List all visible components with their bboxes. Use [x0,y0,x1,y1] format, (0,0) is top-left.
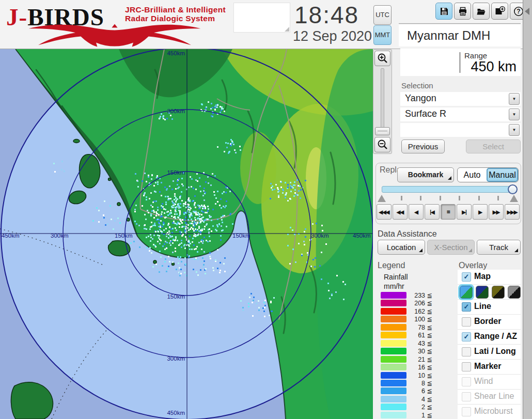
legend-color-swatch [381,356,406,363]
legend-row: 162 ≦ [381,308,443,315]
legend-threshold: 10 ≦ [408,371,432,379]
overlay-row-border: Border [458,315,521,330]
zoom-slider-track[interactable] [381,68,384,135]
legend-label: Legend [378,261,405,270]
manual-button[interactable]: Manual [487,168,518,182]
overlay-row-lati-long: Lati / Long [458,345,521,360]
zoom-out-button[interactable] [374,137,390,152]
clock-date: 12 Sep 2020 [293,28,372,44]
overlay-row-range-az: ✓Range / AZ [458,330,521,345]
track-button[interactable]: Track [477,240,521,255]
checkbox-lati-long[interactable] [462,347,471,356]
playback-button-3[interactable]: |◀ [425,204,440,220]
range-start-marker[interactable] [378,195,386,202]
map-style-row [458,285,521,300]
legend-threshold: 233 ≦ [408,291,432,299]
open-file-button[interactable] [473,3,490,20]
legend-color-swatch [381,387,406,394]
magnifier-plus-icon [377,53,388,64]
image-plus-icon [494,6,506,17]
replay-slider-track[interactable] [382,186,517,193]
station-box: Myanmar DMH [399,25,521,46]
product-dropdown-value: Surface R [405,108,446,119]
ring-label: 450km [2,232,20,239]
previous-button[interactable]: Previous [401,139,445,153]
slider-tick [459,196,460,200]
overlay-row-map: ✓Map [458,270,521,285]
logo-tagline-line1: JRC-Brilliant & Intelligent [125,5,226,14]
chevron-down-icon[interactable]: ▼ [509,124,520,136]
legend-threshold: 206 ≦ [408,299,432,307]
playback-button-2[interactable]: ◀ [409,204,424,220]
site-dropdown-value: Yangon [405,93,436,104]
legend-threshold: 100 ≦ [408,315,432,323]
checkbox-wind [462,377,471,386]
overlay-item-label: Map [474,272,491,281]
select-button[interactable]: Select [466,139,521,153]
bookmark-button[interactable]: Bookmark [397,167,454,182]
divider [460,52,460,73]
toolbar: ? [435,3,527,20]
overlay-item-label: Wind [474,377,493,386]
legend-row: 61 ≦ [381,332,443,338]
map-style-swatch-2[interactable] [492,286,505,299]
site-dropdown[interactable]: Yangon ▼ [400,92,521,106]
print-button[interactable] [454,3,471,20]
panel-collapse-strip[interactable] [523,0,532,419]
chevron-down-icon[interactable]: ▼ [509,108,520,120]
checkbox-border[interactable] [462,317,471,327]
playback-button-8[interactable]: ▶▶▶ [505,204,520,220]
legend-row: 4 ≦ [381,396,443,402]
location-label: Location [387,243,416,252]
checkbox-marker[interactable] [462,362,471,371]
legend-color-swatch [381,412,406,418]
overlay-item-label: Line [474,302,491,311]
zoom-in-button[interactable] [374,51,390,66]
overlay-item-label: Border [474,317,501,326]
timezone-utc-button[interactable]: UTC [373,5,392,25]
auto-manual-toggle: Auto Manual [457,167,519,182]
legend-color-swatch [381,340,406,347]
range-end-marker[interactable] [510,195,518,202]
replay-slider-handle[interactable] [508,184,518,194]
map-style-swatch-1[interactable] [476,286,489,299]
selection-label: Selection [401,81,433,90]
radar-map[interactable]: 450km300km150km150km300km450km450km300km… [0,49,373,419]
location-button[interactable]: Location [378,240,425,255]
legend-row: 206 ≦ [381,300,443,306]
legend-row: 78 ≦ [381,324,443,331]
checkbox-range-az[interactable]: ✓ [462,332,471,342]
playback-button-4[interactable]: ■ [441,204,456,220]
playback-button-0[interactable]: ◀◀◀ [377,204,392,220]
checkbox-line[interactable]: ✓ [462,302,471,312]
overlay-row-wind: Wind [458,375,521,390]
range-panel: Range 450 km [400,49,521,76]
zoom-slider-handle[interactable] [375,127,390,135]
auto-button[interactable]: Auto [458,168,487,182]
extra-dropdown[interactable]: ▼ [400,123,521,137]
playback-button-1[interactable]: ◀◀ [393,204,408,220]
divider [399,23,521,24]
checkbox-map[interactable]: ✓ [462,272,471,282]
legend-row: 233 ≦ [381,292,443,299]
checkbox-shear-line [462,392,471,401]
chevron-down-icon[interactable]: ▼ [509,93,520,105]
product-dropdown[interactable]: Surface R ▼ [400,107,521,121]
map-style-swatch-3[interactable] [508,286,521,299]
svg-text:?: ? [517,8,520,15]
ring-label: 300km [167,355,185,362]
playback-button-7[interactable]: ▶▶ [489,204,504,220]
playback-button-6[interactable]: ▶ [473,204,488,220]
station-name: Myanmar DMH [407,28,490,43]
open-folder-icon [476,6,487,17]
legend-color-swatch [381,300,406,306]
timezone-mmt-button[interactable]: MMT [373,25,392,45]
save-button[interactable] [435,3,452,20]
capture-image-button[interactable] [491,3,508,20]
playback-button-5[interactable]: ▶| [457,204,472,220]
legend-color-swatch [381,292,406,299]
legend-row: 21 ≦ [381,356,443,363]
checkbox-microburst [462,407,471,416]
map-style-swatch-0[interactable] [460,286,473,299]
legend-row: 1 ≦ [381,412,443,418]
